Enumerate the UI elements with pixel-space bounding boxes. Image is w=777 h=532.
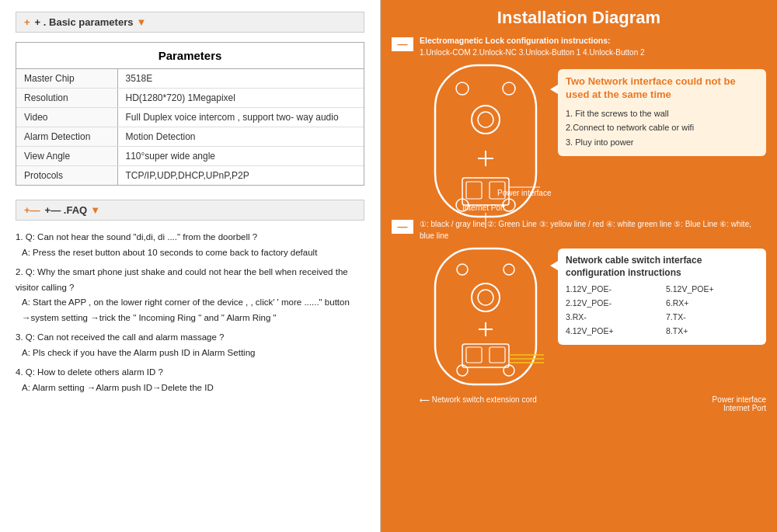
left-panel: + + . Basic parameters ▼ Parameters Mast… (0, 0, 381, 532)
config-item: 6.RX+ (666, 297, 758, 311)
svg-point-15 (457, 264, 468, 275)
param-label: Resolution (16, 89, 117, 108)
svg-rect-22 (466, 347, 482, 363)
device-diagram-1: Power interface Internet Port (420, 61, 552, 212)
params-table: Parameters Master Chip3518EResolutionHD(… (16, 43, 364, 185)
faq-item: 3. Q: Can not received the call and alar… (16, 330, 364, 360)
diagram-section-2: — ①: black / gray line ②: Green Line ③: … (392, 218, 766, 412)
section-num-1: — (392, 37, 413, 51)
param-value: TCP/IP,UDP,DHCP,UPnP,P2P (117, 166, 364, 186)
faq-answer: A: Alarm setting →Alarm push ID→Delete t… (16, 381, 364, 396)
param-label: Alarm Detection (16, 127, 117, 147)
params-row: VideoFull Duplex voice intercom , suppor… (16, 108, 364, 127)
faq-item: 4. Q: How to delete others alarm ID ?A: … (16, 365, 364, 395)
faq-answer: A: Pls check if you have the Alarm push … (16, 346, 364, 361)
svg-point-18 (478, 290, 493, 305)
power-internet-labels: Power interface Internet Port (713, 395, 766, 412)
config-list: 1.12V_POE-5.12V_POE+2.12V_POE-6.RX+3.RX-… (566, 283, 758, 338)
params-title: Parameters (16, 43, 364, 69)
faq-question: 3. Q: Can not received the call and alar… (16, 330, 364, 346)
params-row: Master Chip3518E (16, 69, 364, 89)
section-num-2: — (392, 220, 413, 234)
svg-point-3 (472, 106, 500, 134)
param-label: Video (16, 108, 117, 127)
config-item: 1.12V_POE- (566, 283, 658, 297)
installation-title: Installation Diagram (392, 8, 766, 28)
faq-question: 2. Q: Why the smart phone just shake and… (16, 265, 364, 295)
em-lock-header: Electromagnetic Lock configuration instr… (420, 36, 766, 45)
config-title: Network cable switch interface configura… (566, 255, 758, 279)
faq-plus-icon: +— (24, 204, 40, 216)
svg-point-16 (503, 264, 514, 275)
faq-question: 4. Q: How to delete others alarm ID ? (16, 365, 364, 381)
faq-label: +— .FAQ (45, 204, 88, 216)
config-item: 7.TX- (666, 311, 758, 325)
params-row: ResolutionHD(1280*720) 1Megapixel (16, 89, 364, 108)
basic-params-label: + . Basic parameters (35, 16, 134, 28)
param-value: Motion Detection (117, 127, 364, 147)
basic-params-header: + + . Basic parameters ▼ (16, 12, 364, 33)
em-lock-options: 1.Unlock-COM 2.Unlock-NC 3.Unlock-Button… (420, 48, 766, 57)
warning-bubble: Two Network interface could not be used … (558, 69, 766, 156)
svg-point-17 (472, 283, 500, 311)
diagram-area-1: Power interface Internet Port Two Networ… (420, 61, 766, 212)
param-label: View Angle (16, 147, 117, 166)
param-value: Full Duplex voice intercom , support two… (117, 108, 364, 127)
config-item: 3.RX- (566, 311, 658, 325)
network-switch-label: ⟵ Network switch extension cord (420, 395, 537, 412)
params-table-wrapper: Parameters Master Chip3518EResolutionHD(… (16, 42, 364, 186)
arrow-down-icon: ▼ (136, 16, 146, 28)
faq-header: +— +— .FAQ ▼ (16, 200, 364, 221)
params-row: Alarm DetectionMotion Detection (16, 127, 364, 147)
power-label-2: Power interface (713, 395, 766, 404)
faq-question: 1. Q: Can not hear the sound "di,di, di … (16, 230, 364, 245)
params-row: ProtocolsTCP/IP,UDP,DHCP,UPnP,P2P (16, 166, 364, 186)
faq-answer: A: Press the reset button about 10 secon… (16, 245, 364, 261)
config-item: 4.12V_POE+ (566, 325, 658, 339)
config-item: 5.12V_POE+ (666, 283, 758, 297)
params-row: View Angle110°super wide angle (16, 147, 364, 166)
faq-item: 2. Q: Why the smart phone just shake and… (16, 265, 364, 325)
warning-list: 1. Fit the screws to the wall2.Connect t… (566, 106, 758, 150)
device-diagram-2 (420, 245, 552, 392)
faq-answer: A: Start the APP , on the lower right co… (16, 295, 364, 325)
param-label: Protocols (16, 166, 117, 186)
diagram-content-2: ①: black / gray line ②: Green Line ③: ye… (420, 218, 766, 412)
svg-point-2 (503, 82, 515, 95)
plus-icon: + (24, 16, 30, 28)
diagram-section-1: — Electromagnetic Lock configuration ins… (392, 36, 766, 212)
config-bubble: Network cable switch interface configura… (558, 249, 766, 345)
param-value: HD(1280*720) 1Megapixel (117, 89, 364, 108)
warning-item: 1. Fit the screws to the wall (566, 106, 758, 121)
diagram-content-1: Electromagnetic Lock configuration instr… (420, 36, 766, 212)
param-label: Master Chip (16, 69, 117, 89)
warning-item: 3. Pluy into power (566, 135, 758, 150)
faq-content: 1. Q: Can not hear the sound "di,di, di … (16, 230, 364, 395)
param-value: 110°super wide angle (117, 147, 364, 166)
svg-point-4 (478, 112, 493, 127)
faq-item: 1. Q: Can not hear the sound "di,di, di … (16, 230, 364, 260)
svg-rect-23 (490, 347, 505, 363)
network-switch-text: Network switch extension cord (432, 395, 537, 404)
diagram-area-2: Network cable switch interface configura… (420, 245, 766, 392)
config-item: 8.TX+ (666, 325, 758, 339)
config-item: 2.12V_POE- (566, 297, 658, 311)
power-interface-label: Power interface (497, 189, 552, 197)
svg-rect-14 (435, 249, 536, 384)
internet-label-2: Internet Port (713, 404, 766, 412)
faq-arrow-icon: ▼ (90, 204, 100, 216)
warning-title: Two Network interface could not be used … (566, 75, 758, 102)
warning-item: 2.Connect to network cable or wifi (566, 120, 758, 135)
right-panel: Installation Diagram — Electromagnetic L… (381, 0, 777, 532)
svg-point-1 (456, 82, 469, 95)
param-value: 3518E (117, 69, 364, 89)
bottom-labels: ⟵ Network switch extension cord Power in… (420, 395, 766, 412)
